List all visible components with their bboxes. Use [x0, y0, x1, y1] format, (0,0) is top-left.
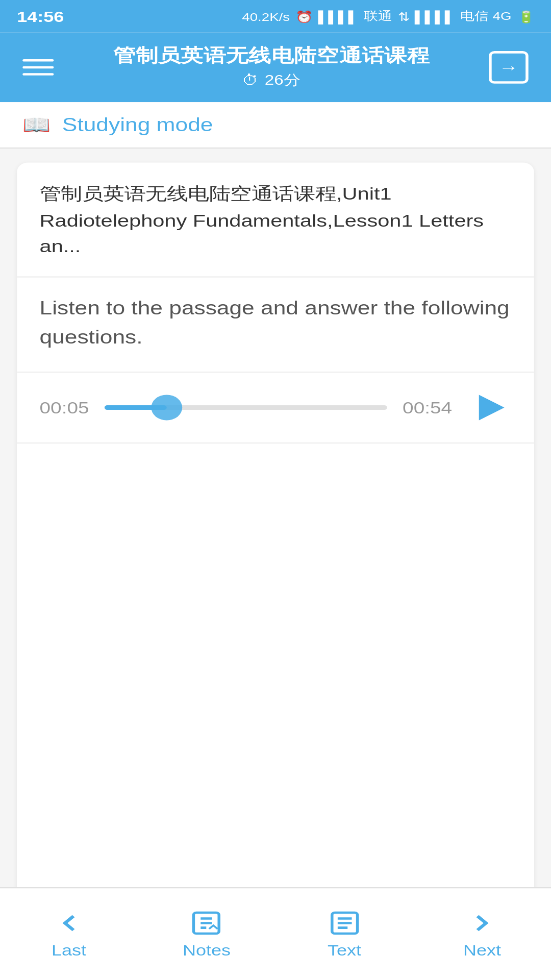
header-subtitle: ⏱ 26分 [54, 71, 489, 91]
bottom-nav: Last Notes Text [0, 887, 551, 980]
carrier1: 联通 [364, 8, 392, 24]
battery-icon: 🔋 [517, 10, 534, 22]
clock-icon: ⏱ [242, 72, 259, 89]
studying-mode-label: Studying mode [62, 114, 213, 135]
alarm-icon: ⏰ [295, 10, 312, 22]
content-area [17, 443, 534, 930]
exit-button[interactable] [489, 51, 529, 84]
play-icon [479, 395, 505, 420]
nav-text[interactable]: Text [276, 897, 413, 970]
audio-current-time: 00:05 [40, 398, 91, 416]
text-icon [328, 909, 361, 937]
menu-button[interactable] [22, 59, 54, 76]
book-icon: 📖 [22, 114, 51, 136]
audio-progress-thumb[interactable] [151, 395, 182, 420]
nav-notes-label: Notes [183, 942, 231, 959]
nav-last-label: Last [52, 942, 86, 959]
signal-icon1: ▌▌▌▌ [318, 10, 358, 22]
lesson-instruction: Listen to the passage and answer the fol… [17, 277, 534, 373]
signal-icon3: ▌▌▌▌ [415, 10, 455, 22]
header-time: 26分 [265, 71, 300, 91]
audio-progress-bar[interactable] [105, 405, 387, 409]
notes-icon [190, 909, 223, 937]
audio-player: 00:05 00:54 [17, 373, 534, 444]
carrier2: 电信 4G [460, 8, 511, 24]
header-center: 管制员英语无线电陆空通话课程 ⏱ 26分 [54, 44, 489, 91]
lesson-title: 管制员英语无线电陆空通话课程,Unit1 Radiotelephony Fund… [17, 162, 534, 277]
status-right: 40.2K/s ⏰ ▌▌▌▌ 联通 ⇅ ▌▌▌▌ 电信 4G 🔋 [242, 8, 534, 24]
status-bar: 14:56 40.2K/s ⏰ ▌▌▌▌ 联通 ⇅ ▌▌▌▌ 电信 4G 🔋 [0, 0, 551, 33]
app-header: 管制员英语无线电陆空通话课程 ⏱ 26分 [0, 33, 551, 102]
studying-mode-bar: 📖 Studying mode [0, 102, 551, 149]
nav-next-label: Next [463, 942, 501, 959]
nav-notes[interactable]: Notes [138, 897, 276, 970]
last-icon [52, 909, 86, 937]
header-title: 管制员英语无线电陆空通话课程 [54, 44, 489, 68]
nav-next[interactable]: Next [413, 897, 551, 970]
play-button[interactable] [466, 388, 512, 426]
content-card: 管制员英语无线电陆空通话课程,Unit1 Radiotelephony Fund… [17, 162, 534, 930]
signal-icon2: ⇅ [398, 10, 409, 22]
nav-text-label: Text [328, 942, 361, 959]
status-time: 14:56 [17, 8, 64, 25]
audio-total-time: 00:54 [401, 398, 452, 416]
next-icon [465, 909, 499, 937]
nav-last[interactable]: Last [0, 897, 138, 970]
network-speed: 40.2K/s [242, 10, 290, 22]
